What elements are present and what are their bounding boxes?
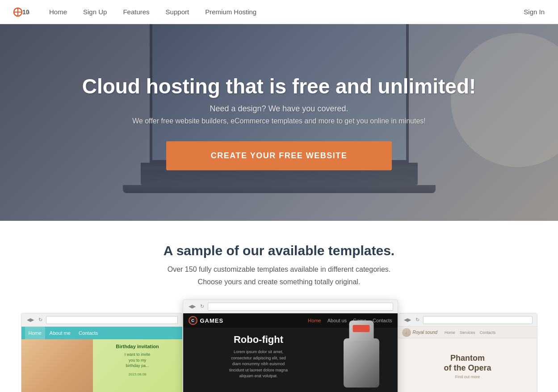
templates-desc1: Over 150 fully customizable templates av…	[18, 266, 540, 274]
birthday-photo	[21, 339, 93, 392]
template-birthday-frame: ◀▶ ↻ Home About me Contacts Birthday inv…	[21, 313, 183, 392]
browser-nav-back[interactable]: ◀▶	[26, 317, 35, 323]
nav-item-premium[interactable]: Premium Hosting	[205, 8, 256, 16]
template-royal: ♪ Royal sound Home Services Contacts Pha…	[399, 327, 537, 392]
template-games: C GAMES Home About us Game Contacts Robo…	[183, 313, 398, 392]
nav-item-support[interactable]: Support	[166, 8, 189, 16]
cta-button[interactable]: CREATE YOUR FREE WEBSITE	[166, 141, 392, 170]
browser-nav-back-games[interactable]: ◀▶	[188, 303, 197, 309]
hero-description: We offer free website builders, eCommerc…	[132, 117, 426, 125]
browser-nav-back-royal[interactable]: ◀▶	[403, 317, 412, 323]
games-logo-circle: C	[189, 316, 197, 325]
games-content: Robo-fight Lorem ipsum dolor sit amet,co…	[183, 328, 398, 392]
browser-bar-games: ◀▶ ↻	[183, 300, 398, 313]
games-brand: GAMES	[200, 317, 224, 324]
royal-logo: ♪ Royal sound	[402, 328, 438, 337]
royal-nav-services[interactable]: Services	[460, 330, 475, 335]
navbar: 10 hosting Home Sign Up Features Support…	[0, 0, 558, 24]
robot-head	[349, 320, 373, 341]
birthday-nav-home[interactable]: Home	[25, 327, 45, 339]
games-nav-contacts[interactable]: Contacts	[373, 318, 392, 323]
template-birthday: Home About me Contacts Birthday invitati…	[21, 327, 182, 392]
royal-nav-home[interactable]: Home	[445, 330, 455, 335]
browser-url-birthday	[46, 316, 178, 324]
templates-section: A sample of our available templates. Ove…	[0, 221, 558, 392]
template-games-frame: ◀▶ ↻ C GAMES Home About us Game Contacts	[183, 299, 398, 392]
games-logo: C GAMES	[189, 316, 224, 325]
templates-desc2: Choose yours and create something totall…	[18, 278, 540, 286]
hero-content: Cloud hosting that is free and unlimited…	[82, 75, 476, 171]
games-robot-image	[332, 334, 390, 392]
nav-signin[interactable]: Sign In	[524, 8, 545, 16]
royal-logo-icon: ♪	[402, 328, 411, 337]
svg-text:hosting: hosting	[26, 10, 29, 15]
hero-title: Cloud hosting that is free and unlimited…	[82, 75, 476, 98]
nav-item-home[interactable]: Home	[49, 8, 67, 16]
games-nav-home[interactable]: Home	[308, 318, 321, 323]
games-body: Lorem ipsum dolor sit amet,consectetur a…	[190, 349, 327, 379]
games-text: Robo-fight Lorem ipsum dolor sit amet,co…	[190, 334, 327, 392]
browser-refresh-royal[interactable]: ↻	[415, 317, 420, 323]
birthday-heading: Birthday invitation	[97, 344, 178, 349]
browser-refresh-games[interactable]: ↻	[199, 303, 205, 309]
royal-nav: ♪ Royal sound Home Services Contacts	[399, 327, 537, 338]
logo-icon: 10 hosting	[13, 4, 29, 20]
browser-url-royal	[423, 316, 533, 324]
birthday-date: 2015.08.08	[97, 372, 178, 376]
robot-body	[344, 338, 379, 388]
birthday-nav-about[interactable]: About me	[46, 327, 74, 339]
robot-visor	[353, 325, 370, 332]
games-title: Robo-fight	[190, 334, 327, 346]
games-nav-about[interactable]: About us	[327, 318, 347, 323]
birthday-face	[21, 339, 93, 392]
royal-nav-contacts[interactable]: Contacts	[480, 330, 496, 335]
birthday-nav-contacts[interactable]: Contacts	[75, 327, 101, 339]
royal-title: Phantomof the Opera	[444, 354, 491, 373]
browser-bar-birthday: ◀▶ ↻	[21, 313, 182, 327]
hero-section: Cloud hosting that is free and unlimited…	[0, 24, 558, 221]
template-royal-frame: ◀▶ ↻ ♪ Royal sound Home Services Contact…	[398, 313, 537, 392]
browser-url-games	[208, 303, 393, 311]
birthday-nav: Home About me Contacts	[21, 327, 182, 339]
browser-bar-royal: ◀▶ ↻	[399, 313, 537, 327]
royal-subtitle: Find out more	[455, 375, 480, 379]
nav-item-features[interactable]: Features	[123, 8, 149, 16]
nav-item-signup[interactable]: Sign Up	[83, 8, 107, 16]
browser-refresh[interactable]: ↻	[38, 317, 43, 323]
templates-title: A sample of our available templates.	[18, 243, 540, 258]
birthday-text: Birthday invitation I want to inviteyou …	[93, 339, 182, 392]
birthday-content: Birthday invitation I want to inviteyou …	[21, 339, 182, 392]
laptop-base	[123, 185, 436, 193]
logo[interactable]: 10 hosting	[13, 4, 31, 20]
hero-subtitle: Need a design? We have you covered.	[210, 104, 348, 114]
royal-brand: Royal sound	[413, 330, 438, 335]
nav-links: Home Sign Up Features Support Premium Ho…	[49, 8, 524, 16]
royal-content: Phantomof the Opera Find out more	[399, 338, 537, 385]
template-previews-row: ◀▶ ↻ Home About me Contacts Birthday inv…	[18, 299, 540, 392]
royal-nav-links: Home Services Contacts	[445, 330, 495, 335]
birthday-body: I want to inviteyou to mybirthday pa...	[97, 352, 178, 369]
